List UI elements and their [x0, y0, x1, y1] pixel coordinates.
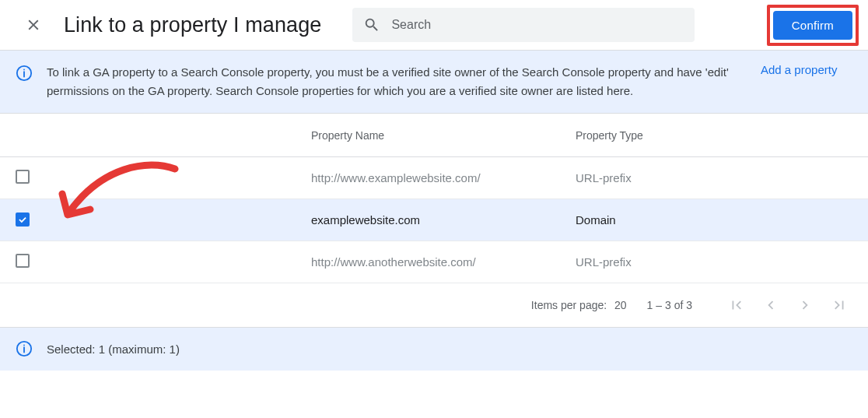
property-name: examplewebsite.com — [311, 213, 576, 227]
search-container[interactable] — [352, 8, 695, 42]
column-header-type: Property Type — [576, 129, 731, 142]
info-banner: To link a GA property to a Search Consol… — [0, 50, 868, 113]
property-type: Domain — [576, 213, 731, 227]
next-page-button[interactable] — [792, 292, 818, 318]
column-header-name: Property Name — [311, 129, 576, 142]
add-property-link[interactable]: Add a property — [761, 63, 837, 76]
chevron-right-icon — [796, 297, 814, 314]
row-checkbox[interactable] — [16, 170, 30, 184]
table-row[interactable]: http://www.examplewebsite.com/ URL-prefi… — [0, 157, 868, 199]
property-type: URL-prefix — [576, 255, 731, 269]
confirm-highlight-annotation: Confirm — [767, 5, 859, 46]
check-icon — [17, 213, 28, 226]
info-text: To link a GA property to a Search Consol… — [47, 63, 731, 100]
close-icon — [25, 16, 42, 33]
row-checkbox[interactable] — [16, 254, 30, 268]
selection-footer: Selected: 1 (maximum: 1) — [0, 327, 868, 371]
prev-page-button[interactable] — [758, 292, 784, 318]
property-name: http://www.examplewebsite.com/ — [311, 171, 576, 184]
svg-point-5 — [23, 345, 25, 346]
last-page-icon — [831, 297, 848, 314]
property-type: URL-prefix — [576, 171, 731, 184]
items-per-page-label: Items per page: 20 — [531, 299, 627, 311]
selected-count-text: Selected: 1 (maximum: 1) — [47, 342, 180, 356]
property-table: Property Name Property Type http://www.e… — [0, 113, 868, 327]
pagination-bar: Items per page: 20 1 – 3 of 3 — [0, 283, 868, 327]
table-header-row: Property Name Property Type — [0, 114, 868, 157]
page-range: 1 – 3 of 3 — [647, 299, 692, 311]
page-title: Link to a property I manage — [64, 13, 321, 37]
search-input[interactable] — [391, 18, 684, 32]
table-row[interactable]: examplewebsite.com Domain — [0, 199, 868, 241]
info-icon — [16, 65, 33, 84]
confirm-button[interactable]: Confirm — [773, 11, 852, 40]
info-icon — [16, 340, 33, 360]
close-button[interactable] — [19, 10, 48, 40]
search-icon — [363, 16, 380, 33]
last-page-button[interactable] — [826, 292, 852, 318]
table-row[interactable]: http://www.anotherwebsite.com/ URL-prefi… — [0, 241, 868, 283]
chevron-left-icon — [762, 297, 779, 314]
row-checkbox[interactable] — [16, 213, 30, 227]
property-name: http://www.anotherwebsite.com/ — [311, 255, 576, 269]
svg-point-2 — [23, 69, 25, 71]
first-page-button[interactable] — [723, 292, 750, 318]
first-page-icon — [728, 297, 745, 314]
